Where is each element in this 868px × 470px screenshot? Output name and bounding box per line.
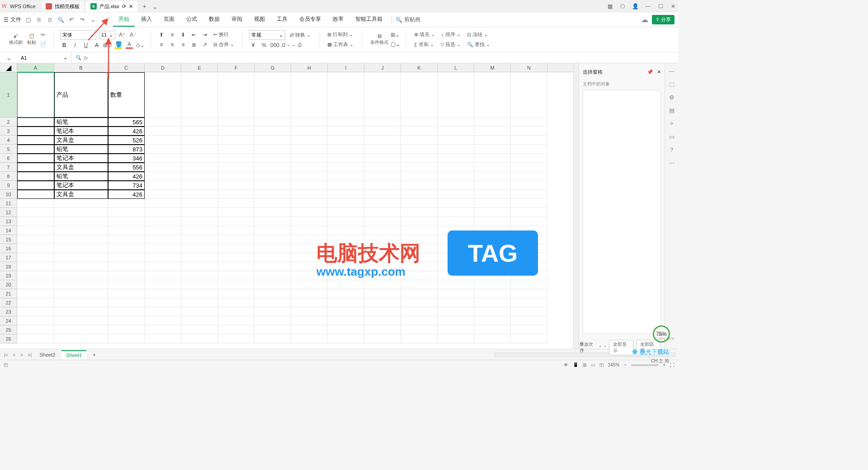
menu-review[interactable]: 审阅 [226, 13, 248, 27]
eye-icon[interactable]: 👁 [564, 362, 568, 367]
col-header[interactable]: L [438, 63, 474, 72]
align-center-icon[interactable]: ≡ [168, 41, 176, 49]
clear-format-icon[interactable]: ◇⌄ [136, 41, 144, 49]
cell[interactable] [17, 226, 54, 235]
maximize-icon[interactable]: ☐ [657, 3, 664, 9]
cell[interactable] [54, 334, 108, 343]
cell[interactable] [181, 316, 218, 325]
cell[interactable] [511, 190, 547, 199]
cell[interactable] [255, 334, 291, 343]
print-icon[interactable]: ⎙ [47, 17, 53, 23]
cell[interactable] [328, 118, 364, 127]
cell[interactable] [511, 226, 547, 235]
cell[interactable] [438, 226, 474, 235]
add-sheet-button[interactable]: + [88, 351, 100, 359]
cell[interactable] [364, 145, 401, 154]
cell[interactable] [108, 307, 145, 316]
font-color-button[interactable]: A [125, 41, 133, 49]
cell[interactable] [328, 163, 364, 172]
cell[interactable] [401, 289, 438, 298]
close-icon[interactable]: ✕ [670, 3, 676, 9]
cell[interactable]: 数量 [108, 72, 145, 118]
cell[interactable] [181, 253, 218, 262]
cell[interactable] [145, 262, 181, 271]
close-pane-icon[interactable]: ✕ [657, 69, 661, 75]
cell[interactable] [17, 208, 54, 217]
cell[interactable] [145, 289, 181, 298]
wrap-button[interactable]: ↩换行 [212, 30, 231, 39]
increase-font-icon[interactable]: A⁺ [118, 31, 126, 39]
cell[interactable] [438, 262, 474, 271]
cell[interactable]: 笔记本 [54, 127, 108, 136]
cell[interactable]: 426 [108, 190, 145, 199]
cell[interactable] [145, 181, 181, 190]
more-rail-icon[interactable]: ⋯ [669, 160, 675, 166]
cell[interactable] [218, 298, 255, 307]
cell-reference-box[interactable]: A1 ⌄ [17, 52, 71, 63]
cell[interactable] [17, 289, 54, 298]
decrease-font-icon[interactable]: A⁻ [129, 31, 137, 39]
cell[interactable] [511, 307, 547, 316]
new-icon[interactable]: ▢ [25, 17, 31, 23]
first-sheet-icon[interactable]: |< [3, 352, 9, 357]
row-header[interactable]: 12 [0, 208, 17, 217]
col-header[interactable]: N [511, 63, 547, 72]
cell[interactable] [438, 127, 474, 136]
cell[interactable] [328, 226, 364, 235]
cell[interactable] [291, 208, 328, 217]
cell[interactable] [218, 334, 255, 343]
row-header[interactable]: 5 [0, 145, 17, 154]
minimize-rail-icon[interactable]: — [669, 68, 675, 75]
cond-format-button[interactable]: ▤ 条件格式 [368, 33, 390, 47]
cell[interactable] [255, 154, 291, 163]
orientation-icon[interactable]: ↗ [201, 41, 209, 49]
cell[interactable] [401, 199, 438, 208]
cell[interactable] [474, 163, 511, 172]
cell[interactable] [474, 325, 511, 334]
cell[interactable] [364, 118, 401, 127]
cell[interactable] [364, 244, 401, 253]
cell[interactable] [364, 217, 401, 226]
cell[interactable] [474, 199, 511, 208]
cell[interactable] [438, 307, 474, 316]
cell[interactable] [17, 163, 54, 172]
cell[interactable] [145, 118, 181, 127]
cell[interactable] [474, 253, 511, 262]
hide-all-button[interactable]: 全部隐藏 [636, 340, 661, 355]
cell[interactable] [291, 334, 328, 343]
cell[interactable] [364, 235, 401, 244]
cell[interactable] [145, 235, 181, 244]
row-header[interactable]: 16 [0, 244, 17, 253]
cell[interactable] [328, 280, 364, 289]
cell[interactable] [145, 316, 181, 325]
cell[interactable] [181, 136, 218, 145]
cell[interactable] [181, 208, 218, 217]
cell[interactable] [511, 271, 547, 280]
cell[interactable] [364, 199, 401, 208]
cell[interactable] [54, 262, 108, 271]
cell[interactable] [291, 307, 328, 316]
col-header[interactable]: I [328, 63, 364, 72]
cell[interactable] [291, 127, 328, 136]
next-sheet-icon[interactable]: > [19, 352, 24, 357]
cell[interactable] [474, 289, 511, 298]
page-view-icon[interactable]: ▭ [591, 362, 595, 367]
cell[interactable] [364, 307, 401, 316]
cell[interactable] [401, 262, 438, 271]
cell[interactable] [438, 72, 474, 118]
thousands-icon[interactable]: 000 [271, 41, 279, 49]
cell[interactable] [181, 262, 218, 271]
cell[interactable] [181, 127, 218, 136]
col-header[interactable]: C [108, 63, 145, 72]
cell[interactable] [474, 72, 511, 118]
cell[interactable] [364, 72, 401, 118]
cell[interactable] [474, 154, 511, 163]
cell[interactable] [17, 235, 54, 244]
cell[interactable] [218, 235, 255, 244]
sheet-tab[interactable]: Sheet1 [61, 350, 86, 359]
cell[interactable] [511, 298, 547, 307]
col-header[interactable]: F [218, 63, 255, 72]
row-header[interactable]: 25 [0, 325, 17, 334]
cell[interactable] [54, 208, 108, 217]
undo-icon[interactable]: ↶ [68, 17, 75, 23]
